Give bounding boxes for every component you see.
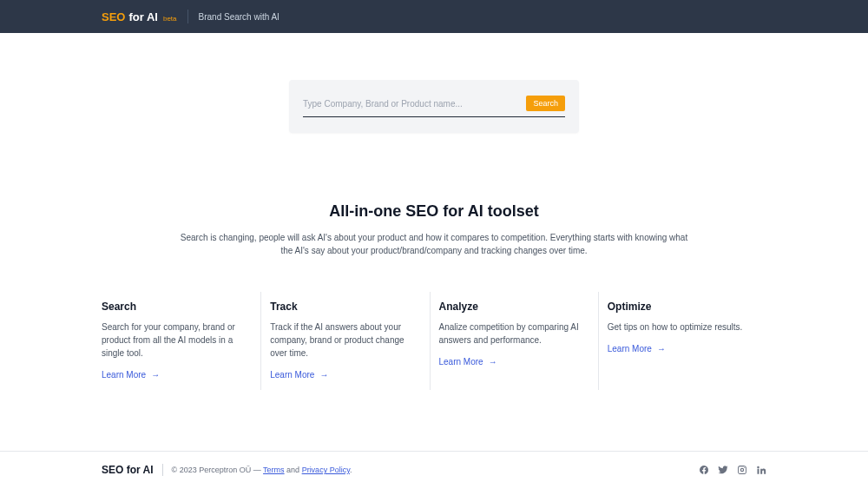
search-row: Search [303, 96, 565, 117]
learn-more-label: Learn More [270, 370, 314, 380]
copyright-prefix: © 2023 Perceptron OÜ — [172, 466, 264, 474]
footer: SEO for AI © 2023 Perceptron OÜ — Terms … [0, 451, 868, 488]
arrow-right-icon: → [151, 370, 160, 380]
header-tagline: Brand Search with AI [199, 12, 279, 22]
learn-more-label: Learn More [102, 370, 146, 380]
copyright-period: . [350, 466, 352, 474]
facebook-icon[interactable] [699, 465, 709, 475]
section-subtitle: Search is changing, people will ask AI's… [174, 231, 694, 257]
features-heading: All-in-one SEO for AI toolset Search is … [0, 133, 868, 257]
search-button[interactable]: Search [526, 96, 565, 111]
footer-copyright: © 2023 Perceptron OÜ — Terms and Privacy… [172, 466, 352, 474]
feature-search: Search Search for your company, brand or… [102, 292, 261, 390]
header-divider [187, 10, 188, 23]
privacy-link[interactable]: Privacy Policy [302, 466, 350, 474]
feature-analyze: Analyze Analize competition by comparing… [431, 292, 599, 390]
linkedin-icon[interactable] [756, 465, 766, 475]
hero: Search [0, 33, 868, 133]
learn-more-link[interactable]: Learn More → [102, 370, 160, 380]
twitter-icon[interactable] [718, 465, 728, 475]
feature-track: Track Track if the AI answers about your… [261, 292, 430, 390]
logo-forai: for AI [128, 10, 157, 23]
instagram-icon[interactable] [737, 465, 747, 475]
header: SEO for AI beta Brand Search with AI [0, 0, 868, 33]
learn-more-link[interactable]: Learn More → [270, 370, 328, 380]
feature-desc: Get tips on how to optimize results. [608, 320, 751, 334]
search-card: Search [289, 80, 579, 133]
arrow-right-icon: → [657, 344, 666, 354]
logo[interactable]: SEO for AI beta [102, 10, 177, 23]
features-grid: Search Search for your company, brand or… [0, 257, 868, 390]
learn-more-link[interactable]: Learn More → [439, 357, 497, 367]
feature-desc: Search for your company, brand or produc… [102, 320, 245, 360]
logo-seo: SEO [102, 10, 125, 23]
feature-title: Optimize [608, 301, 751, 313]
learn-more-label: Learn More [608, 344, 652, 354]
footer-brand: SEO for AI [102, 464, 154, 476]
feature-title: Track [270, 301, 413, 313]
feature-title: Analyze [439, 301, 582, 313]
feature-desc: Analize competition by comparing AI answ… [439, 320, 582, 347]
section-title: All-in-one SEO for AI toolset [174, 202, 694, 221]
footer-left: SEO for AI © 2023 Perceptron OÜ — Terms … [102, 464, 352, 476]
footer-divider [162, 464, 163, 476]
search-input[interactable] [303, 99, 519, 109]
logo-beta-badge: beta [163, 15, 177, 23]
learn-more-label: Learn More [439, 357, 483, 367]
feature-optimize: Optimize Get tips on how to optimize res… [599, 292, 766, 390]
terms-link[interactable]: Terms [263, 466, 285, 474]
feature-title: Search [102, 301, 245, 313]
copyright-and: and [285, 466, 302, 474]
arrow-right-icon: → [319, 370, 328, 380]
learn-more-link[interactable]: Learn More → [608, 344, 666, 354]
feature-desc: Track if the AI answers about your compa… [270, 320, 413, 360]
footer-socials [699, 465, 766, 475]
arrow-right-icon: → [489, 357, 497, 367]
